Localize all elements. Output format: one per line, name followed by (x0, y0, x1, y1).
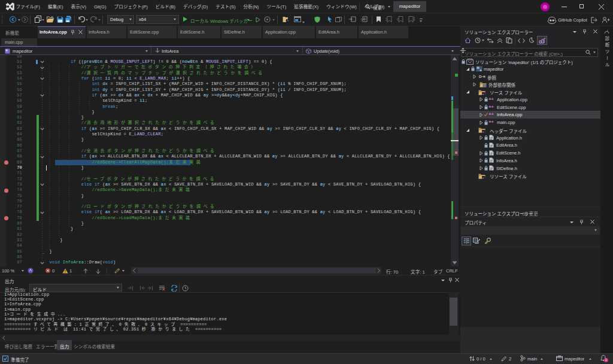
svg-text:?: ? (360, 18, 363, 22)
svg-text:+: + (482, 130, 484, 134)
svg-text:+: + (482, 92, 484, 95)
svg-text:+: + (482, 175, 484, 179)
